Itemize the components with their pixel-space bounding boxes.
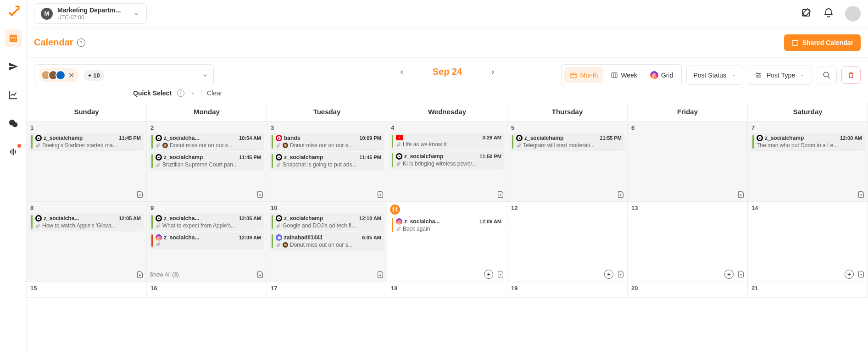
day-header: Tuesday xyxy=(267,102,387,121)
calendar-cell[interactable]: 20 xyxy=(628,282,748,298)
whatsapp-icon xyxy=(276,234,282,241)
view-grid[interactable]: Grid xyxy=(645,67,679,83)
calendar-cell[interactable]: 11 z_socialcha... 12:06 AM Back again + xyxy=(387,202,507,282)
calendar-cell[interactable]: 12+ xyxy=(507,202,628,282)
add-file-button[interactable] xyxy=(377,271,384,279)
quick-select-info[interactable]: i xyxy=(177,89,184,97)
calendar-event[interactable]: z_socialcha... 10:54 AM Donut miss out o… xyxy=(150,133,264,150)
event-time: 11:45 PM xyxy=(119,135,141,141)
calendar-event[interactable]: z_socialcha... 12:05 AM How to watch App… xyxy=(29,213,144,231)
add-file-button[interactable] xyxy=(256,190,264,199)
add-file-button[interactable] xyxy=(617,270,624,278)
accounts-selector[interactable]: ✕ + 10 xyxy=(34,64,214,86)
shared-calendar-button[interactable]: Shared Calendar xyxy=(784,34,861,51)
add-event-button[interactable]: + xyxy=(845,270,854,279)
add-event-button[interactable]: + xyxy=(604,270,613,279)
chevron-down-icon[interactable] xyxy=(190,90,195,96)
nav-messages[interactable] xyxy=(5,115,22,132)
add-event-button[interactable]: + xyxy=(484,270,493,279)
event-desc: Brazilian Supreme Court pan... xyxy=(162,161,238,168)
delete-button[interactable] xyxy=(841,66,861,84)
date-number: 8 xyxy=(29,205,144,211)
calendar-cell[interactable]: 18 xyxy=(387,282,507,298)
add-file-button[interactable] xyxy=(617,190,624,199)
view-week[interactable]: Week xyxy=(605,67,643,83)
calendar-event[interactable]: z_socialchamp 12:00 AM The man who put D… xyxy=(751,133,865,150)
add-file-button[interactable] xyxy=(497,270,504,278)
calendar-cell[interactable]: 8 z_socialcha... 12:05 AM How to watch A… xyxy=(27,202,147,282)
calendar-cell[interactable]: 19 xyxy=(507,282,628,298)
compose-button[interactable] xyxy=(801,7,812,20)
threads-icon xyxy=(276,154,282,160)
post-type-filter[interactable]: Post Type xyxy=(748,66,812,85)
event-user: z_socialcha... xyxy=(164,234,237,241)
chevron-down-icon[interactable] xyxy=(201,72,209,79)
add-file-button[interactable] xyxy=(377,190,384,199)
calendar-event[interactable]: z_socialcha... 12:09 AM xyxy=(150,232,264,249)
calendar-cell[interactable]: 13+ xyxy=(628,202,748,282)
event-user: z_socialcha... xyxy=(44,215,117,221)
add-file-button[interactable] xyxy=(857,270,865,278)
help-button[interactable]: ? xyxy=(77,39,85,47)
calendar-cell[interactable]: 1 z_socialchamp 11:45 PM Boeing's Starli… xyxy=(27,122,147,202)
add-event-button[interactable]: + xyxy=(724,270,734,279)
clear-accounts-button[interactable]: ✕ xyxy=(68,71,74,80)
add-file-button[interactable] xyxy=(136,271,144,279)
calendar-cell[interactable]: 10 z_socialchamp 12:10 AM Google and DOJ… xyxy=(267,202,387,282)
calendar-event[interactable]: z_socialchamp 11:50 PM Ki is bringing wi… xyxy=(390,151,504,169)
event-user: z_socialchamp xyxy=(765,135,838,141)
calendar-cell[interactable]: 6 xyxy=(628,122,748,202)
calendar-cell[interactable]: 2 z_socialcha... 10:54 AM Donut miss out… xyxy=(147,122,267,202)
workspace-selector[interactable]: M Marketing Departm... UTC-07:00 xyxy=(34,3,147,24)
view-month[interactable]: Month xyxy=(564,67,603,83)
calendar-cell[interactable]: 17 xyxy=(267,282,387,298)
post-status-filter[interactable]: Post Status xyxy=(686,66,743,85)
event-desc: Donut miss out on our s... xyxy=(290,142,353,149)
event-time: 10:09 PM xyxy=(359,135,381,141)
show-all-link[interactable]: Show All (3) xyxy=(150,271,179,278)
notifications-button[interactable] xyxy=(823,7,834,20)
calendar-cell[interactable]: 9 z_socialcha... 12:05 AM What to expect… xyxy=(147,202,267,282)
add-file-button[interactable] xyxy=(136,190,144,199)
svg-point-4 xyxy=(11,38,11,39)
calendar-event[interactable]: zainabadil1441 6:05 AM Donut miss out on… xyxy=(270,232,384,250)
columns-icon xyxy=(611,72,618,79)
calendar-event[interactable]: z_socialchamp 11:45 PM Brazilian Supreme… xyxy=(150,152,264,170)
add-file-button[interactable] xyxy=(256,271,264,279)
calendar-cell[interactable]: 5 z_socialchamp 11:55 PM Telegram will s… xyxy=(507,122,628,202)
nav-analytics[interactable] xyxy=(5,86,22,104)
calendar-event[interactable]: z_socialchamp 11:45 PM Boeing's Starline… xyxy=(29,133,144,150)
calendar-event[interactable]: z_socialchamp 11:45 PM Snapchat is going… xyxy=(270,152,384,170)
calendar-cell[interactable]: 14+ xyxy=(748,202,868,282)
add-file-button[interactable] xyxy=(497,190,504,199)
calendar-body: 1 z_socialchamp 11:45 PM Boeing's Starli… xyxy=(27,122,868,354)
calendar-event[interactable]: z_socialchamp 11:55 PM Telegram will sta… xyxy=(510,133,624,150)
quick-select-clear[interactable]: Clear xyxy=(207,89,222,97)
calendar-cell[interactable]: 4 3:28 AM Life as we know it! xyxy=(387,122,507,202)
calendar-event[interactable]: z_socialchamp 12:10 AM Google and DOJ's … xyxy=(270,213,384,231)
calendar-cell[interactable]: 7 z_socialchamp 12:00 AM The man who put… xyxy=(748,122,868,202)
next-month-button[interactable]: › xyxy=(490,65,496,78)
calendar-event[interactable]: z_socialcha... 12:05 AM What to expect f… xyxy=(150,213,264,231)
nav-send[interactable] xyxy=(5,58,22,75)
nav-calendar[interactable] xyxy=(5,29,22,47)
calendar-event[interactable]: 3:28 AM Life as we know it! xyxy=(390,133,504,149)
calendar-cell[interactable]: 16 xyxy=(147,282,267,298)
search-button[interactable] xyxy=(817,66,837,84)
svg-point-30 xyxy=(399,221,400,222)
add-file-button[interactable] xyxy=(737,190,745,199)
calendar-cell[interactable]: 21 xyxy=(748,282,868,298)
month-label: Sep 24 xyxy=(433,66,462,77)
add-file-button[interactable] xyxy=(737,270,745,278)
add-file-button[interactable] xyxy=(857,190,865,199)
nav-audio[interactable] xyxy=(5,143,22,160)
calendar-event[interactable]: bands 10:09 PM Donut miss out on our s..… xyxy=(270,133,384,150)
calendar-event[interactable]: z_socialcha... 12:06 AM Back again xyxy=(390,216,504,234)
calendar-cell[interactable]: 3 bands 10:09 PM Donut miss out on our s… xyxy=(267,122,387,202)
user-avatar[interactable] xyxy=(845,6,861,22)
prev-month-button[interactable]: ‹ xyxy=(399,65,405,78)
more-accounts-chip[interactable]: + 10 xyxy=(83,70,105,81)
svg-rect-29 xyxy=(398,220,401,223)
calendar-cell[interactable]: 15 xyxy=(27,282,147,298)
day-header: Saturday xyxy=(748,102,868,121)
